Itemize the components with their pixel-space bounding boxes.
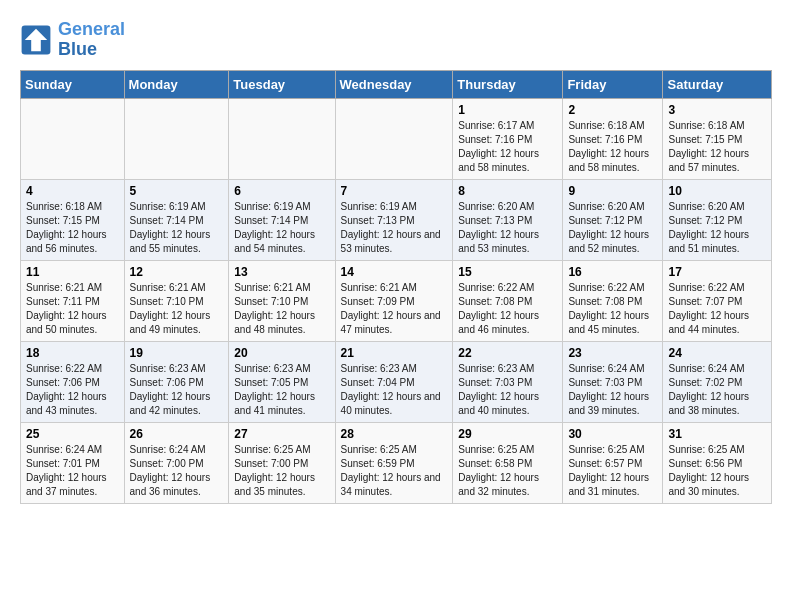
day-info: Sunrise: 6:24 AMSunset: 7:01 PMDaylight:…	[26, 443, 119, 499]
day-cell: 27Sunrise: 6:25 AMSunset: 7:00 PMDayligh…	[229, 422, 335, 503]
day-cell: 7Sunrise: 6:19 AMSunset: 7:13 PMDaylight…	[335, 179, 453, 260]
col-header-monday: Monday	[124, 70, 229, 98]
week-row-5: 25Sunrise: 6:24 AMSunset: 7:01 PMDayligh…	[21, 422, 772, 503]
day-number: 28	[341, 427, 448, 441]
logo-text: General Blue	[58, 20, 125, 60]
day-info: Sunrise: 6:18 AMSunset: 7:16 PMDaylight:…	[568, 119, 657, 175]
day-number: 1	[458, 103, 557, 117]
day-cell: 28Sunrise: 6:25 AMSunset: 6:59 PMDayligh…	[335, 422, 453, 503]
col-header-sunday: Sunday	[21, 70, 125, 98]
day-cell	[124, 98, 229, 179]
day-info: Sunrise: 6:25 AMSunset: 6:56 PMDaylight:…	[668, 443, 766, 499]
day-cell: 31Sunrise: 6:25 AMSunset: 6:56 PMDayligh…	[663, 422, 772, 503]
day-info: Sunrise: 6:24 AMSunset: 7:03 PMDaylight:…	[568, 362, 657, 418]
day-cell: 29Sunrise: 6:25 AMSunset: 6:58 PMDayligh…	[453, 422, 563, 503]
day-cell: 15Sunrise: 6:22 AMSunset: 7:08 PMDayligh…	[453, 260, 563, 341]
day-number: 5	[130, 184, 224, 198]
day-number: 12	[130, 265, 224, 279]
day-cell: 3Sunrise: 6:18 AMSunset: 7:15 PMDaylight…	[663, 98, 772, 179]
day-info: Sunrise: 6:22 AMSunset: 7:08 PMDaylight:…	[568, 281, 657, 337]
day-cell: 12Sunrise: 6:21 AMSunset: 7:10 PMDayligh…	[124, 260, 229, 341]
day-cell: 17Sunrise: 6:22 AMSunset: 7:07 PMDayligh…	[663, 260, 772, 341]
day-number: 26	[130, 427, 224, 441]
calendar-table: SundayMondayTuesdayWednesdayThursdayFrid…	[20, 70, 772, 504]
day-cell	[229, 98, 335, 179]
day-cell: 2Sunrise: 6:18 AMSunset: 7:16 PMDaylight…	[563, 98, 663, 179]
day-info: Sunrise: 6:18 AMSunset: 7:15 PMDaylight:…	[26, 200, 119, 256]
day-info: Sunrise: 6:19 AMSunset: 7:13 PMDaylight:…	[341, 200, 448, 256]
week-row-3: 11Sunrise: 6:21 AMSunset: 7:11 PMDayligh…	[21, 260, 772, 341]
day-cell: 18Sunrise: 6:22 AMSunset: 7:06 PMDayligh…	[21, 341, 125, 422]
day-cell	[21, 98, 125, 179]
day-cell: 20Sunrise: 6:23 AMSunset: 7:05 PMDayligh…	[229, 341, 335, 422]
col-header-thursday: Thursday	[453, 70, 563, 98]
day-number: 25	[26, 427, 119, 441]
day-cell: 22Sunrise: 6:23 AMSunset: 7:03 PMDayligh…	[453, 341, 563, 422]
day-number: 16	[568, 265, 657, 279]
day-cell: 19Sunrise: 6:23 AMSunset: 7:06 PMDayligh…	[124, 341, 229, 422]
day-number: 8	[458, 184, 557, 198]
page-header: General Blue	[20, 20, 772, 60]
day-cell: 13Sunrise: 6:21 AMSunset: 7:10 PMDayligh…	[229, 260, 335, 341]
day-cell: 11Sunrise: 6:21 AMSunset: 7:11 PMDayligh…	[21, 260, 125, 341]
col-header-saturday: Saturday	[663, 70, 772, 98]
day-number: 22	[458, 346, 557, 360]
day-cell: 16Sunrise: 6:22 AMSunset: 7:08 PMDayligh…	[563, 260, 663, 341]
day-number: 21	[341, 346, 448, 360]
day-number: 10	[668, 184, 766, 198]
day-info: Sunrise: 6:20 AMSunset: 7:12 PMDaylight:…	[568, 200, 657, 256]
day-cell: 21Sunrise: 6:23 AMSunset: 7:04 PMDayligh…	[335, 341, 453, 422]
week-row-4: 18Sunrise: 6:22 AMSunset: 7:06 PMDayligh…	[21, 341, 772, 422]
day-cell: 23Sunrise: 6:24 AMSunset: 7:03 PMDayligh…	[563, 341, 663, 422]
day-info: Sunrise: 6:25 AMSunset: 6:58 PMDaylight:…	[458, 443, 557, 499]
day-cell: 9Sunrise: 6:20 AMSunset: 7:12 PMDaylight…	[563, 179, 663, 260]
day-info: Sunrise: 6:25 AMSunset: 7:00 PMDaylight:…	[234, 443, 329, 499]
col-header-tuesday: Tuesday	[229, 70, 335, 98]
day-info: Sunrise: 6:21 AMSunset: 7:11 PMDaylight:…	[26, 281, 119, 337]
day-info: Sunrise: 6:20 AMSunset: 7:12 PMDaylight:…	[668, 200, 766, 256]
day-cell: 26Sunrise: 6:24 AMSunset: 7:00 PMDayligh…	[124, 422, 229, 503]
day-cell: 4Sunrise: 6:18 AMSunset: 7:15 PMDaylight…	[21, 179, 125, 260]
day-number: 19	[130, 346, 224, 360]
day-info: Sunrise: 6:25 AMSunset: 6:59 PMDaylight:…	[341, 443, 448, 499]
logo: General Blue	[20, 20, 125, 60]
day-cell	[335, 98, 453, 179]
day-info: Sunrise: 6:23 AMSunset: 7:03 PMDaylight:…	[458, 362, 557, 418]
day-number: 2	[568, 103, 657, 117]
day-info: Sunrise: 6:22 AMSunset: 7:08 PMDaylight:…	[458, 281, 557, 337]
day-info: Sunrise: 6:23 AMSunset: 7:04 PMDaylight:…	[341, 362, 448, 418]
day-number: 30	[568, 427, 657, 441]
day-cell: 25Sunrise: 6:24 AMSunset: 7:01 PMDayligh…	[21, 422, 125, 503]
day-number: 13	[234, 265, 329, 279]
day-info: Sunrise: 6:23 AMSunset: 7:06 PMDaylight:…	[130, 362, 224, 418]
day-cell: 24Sunrise: 6:24 AMSunset: 7:02 PMDayligh…	[663, 341, 772, 422]
day-info: Sunrise: 6:17 AMSunset: 7:16 PMDaylight:…	[458, 119, 557, 175]
week-row-2: 4Sunrise: 6:18 AMSunset: 7:15 PMDaylight…	[21, 179, 772, 260]
day-info: Sunrise: 6:21 AMSunset: 7:09 PMDaylight:…	[341, 281, 448, 337]
col-header-friday: Friday	[563, 70, 663, 98]
week-row-1: 1Sunrise: 6:17 AMSunset: 7:16 PMDaylight…	[21, 98, 772, 179]
day-info: Sunrise: 6:18 AMSunset: 7:15 PMDaylight:…	[668, 119, 766, 175]
day-info: Sunrise: 6:19 AMSunset: 7:14 PMDaylight:…	[234, 200, 329, 256]
day-number: 14	[341, 265, 448, 279]
day-number: 27	[234, 427, 329, 441]
day-number: 3	[668, 103, 766, 117]
day-info: Sunrise: 6:21 AMSunset: 7:10 PMDaylight:…	[234, 281, 329, 337]
day-number: 7	[341, 184, 448, 198]
day-number: 11	[26, 265, 119, 279]
day-info: Sunrise: 6:25 AMSunset: 6:57 PMDaylight:…	[568, 443, 657, 499]
day-cell: 8Sunrise: 6:20 AMSunset: 7:13 PMDaylight…	[453, 179, 563, 260]
col-header-wednesday: Wednesday	[335, 70, 453, 98]
day-info: Sunrise: 6:24 AMSunset: 7:02 PMDaylight:…	[668, 362, 766, 418]
day-number: 17	[668, 265, 766, 279]
day-info: Sunrise: 6:19 AMSunset: 7:14 PMDaylight:…	[130, 200, 224, 256]
day-cell: 5Sunrise: 6:19 AMSunset: 7:14 PMDaylight…	[124, 179, 229, 260]
day-number: 24	[668, 346, 766, 360]
day-number: 15	[458, 265, 557, 279]
day-cell: 14Sunrise: 6:21 AMSunset: 7:09 PMDayligh…	[335, 260, 453, 341]
day-number: 29	[458, 427, 557, 441]
day-info: Sunrise: 6:23 AMSunset: 7:05 PMDaylight:…	[234, 362, 329, 418]
day-info: Sunrise: 6:24 AMSunset: 7:00 PMDaylight:…	[130, 443, 224, 499]
day-number: 20	[234, 346, 329, 360]
day-info: Sunrise: 6:22 AMSunset: 7:07 PMDaylight:…	[668, 281, 766, 337]
